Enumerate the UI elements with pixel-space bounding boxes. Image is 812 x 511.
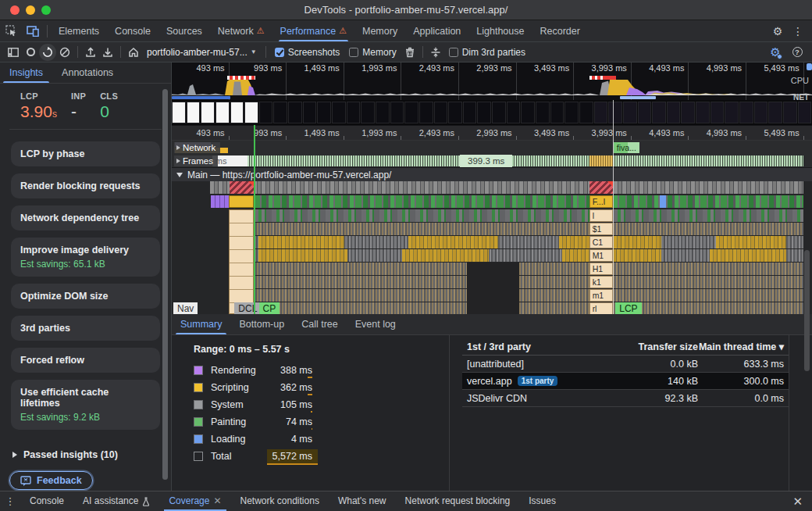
tab-lighthouse[interactable]: Lighthouse bbox=[468, 20, 532, 41]
frame-duration-chip[interactable]: 399.3 ms bbox=[460, 155, 512, 167]
screenshot-thumbnail[interactable] bbox=[608, 102, 622, 123]
screenshot-thumbnail[interactable] bbox=[448, 102, 462, 123]
marker-dcl[interactable]: DCL bbox=[234, 302, 261, 314]
timeline-overview[interactable]: 493 ms993 ms1,493 ms1,993 ms2,493 ms2,99… bbox=[172, 63, 812, 100]
network-track[interactable]: Network fiva... bbox=[172, 141, 812, 155]
screenshot-filmstrip[interactable] bbox=[172, 100, 812, 125]
screenshot-thumbnail[interactable] bbox=[550, 102, 564, 123]
upload-profile-icon[interactable] bbox=[82, 44, 99, 61]
details-tab-event-log[interactable]: Event log bbox=[347, 314, 404, 334]
screenshot-thumbnail[interactable] bbox=[564, 102, 579, 123]
screenshot-thumbnail[interactable] bbox=[187, 102, 201, 123]
screenshot-thumbnail[interactable] bbox=[696, 102, 710, 123]
screenshot-thumbnail[interactable] bbox=[201, 102, 215, 123]
screenshot-thumbnail[interactable] bbox=[507, 102, 521, 123]
marker-cp[interactable]: CP bbox=[259, 302, 280, 314]
passed-insights-toggle[interactable]: Passed insights (10) bbox=[12, 449, 160, 460]
screenshot-thumbnail[interactable] bbox=[390, 102, 404, 123]
screenshot-thumbnail[interactable] bbox=[579, 102, 593, 123]
memory-checkbox[interactable]: Memory bbox=[344, 47, 401, 58]
marker-lcp[interactable]: LCP bbox=[615, 302, 641, 314]
marker-nav[interactable]: Nav bbox=[173, 302, 198, 314]
kebab-menu-icon[interactable]: ⋮ bbox=[789, 22, 807, 41]
overview-handle[interactable] bbox=[807, 63, 812, 70]
screenshot-thumbnail[interactable] bbox=[259, 102, 273, 123]
screenshot-thumbnail[interactable] bbox=[419, 102, 433, 123]
tab-memory[interactable]: Memory bbox=[354, 20, 405, 41]
drawer-tab-ai-assistance[interactable]: AI assistance bbox=[73, 491, 159, 511]
tab-elements[interactable]: Elements bbox=[51, 20, 107, 41]
insight-card[interactable]: Improve image deliveryEst savings: 65.1 … bbox=[11, 238, 160, 277]
stack-frame-chip[interactable]: m1 bbox=[589, 289, 613, 302]
timeline-scrollbar[interactable] bbox=[804, 250, 810, 371]
drawer-kebab-menu-icon[interactable]: ⋮ bbox=[0, 495, 20, 507]
main-thread-header[interactable]: Main — https://portfolio-amber-mu-57.ver… bbox=[172, 167, 812, 181]
screenshot-thumbnail[interactable] bbox=[594, 102, 608, 123]
screenshot-thumbnail[interactable] bbox=[244, 102, 258, 123]
column-header[interactable]: Main thread time ▾ bbox=[698, 341, 784, 352]
screenshot-thumbnail[interactable] bbox=[477, 102, 491, 123]
screenshot-thumbnail[interactable] bbox=[463, 102, 477, 123]
network-track-toggle[interactable]: Network bbox=[174, 142, 220, 153]
column-header[interactable]: 1st / 3rd party bbox=[467, 341, 608, 352]
insight-card[interactable]: Use efficient cache lifetimesEst savings… bbox=[11, 380, 160, 430]
drawer-close-icon[interactable]: ✕ bbox=[792, 495, 803, 509]
table-row[interactable]: vercel.app1st party140 kB300.0 ms bbox=[462, 373, 789, 390]
screenshot-thumbnail[interactable] bbox=[798, 102, 812, 123]
screenshot-thumbnail[interactable] bbox=[521, 102, 535, 123]
drawer-tab-console[interactable]: Console bbox=[20, 491, 73, 511]
screenshot-thumbnail[interactable] bbox=[725, 102, 739, 123]
settings-gear-icon[interactable]: ⚙ bbox=[768, 22, 787, 41]
screenshot-thumbnail[interactable] bbox=[739, 102, 753, 123]
stack-frame-chip[interactable]: k1 bbox=[589, 276, 613, 288]
screenshot-thumbnail[interactable] bbox=[230, 102, 244, 123]
frames-track-toggle[interactable]: Frames bbox=[174, 155, 218, 166]
insight-card[interactable]: Network dependency tree bbox=[11, 205, 160, 230]
column-header[interactable]: Transfer size bbox=[608, 341, 698, 352]
details-tab-call-tree[interactable]: Call tree bbox=[293, 314, 347, 334]
insight-card[interactable]: 3rd parties bbox=[11, 316, 160, 341]
screenshot-thumbnail[interactable] bbox=[288, 102, 302, 123]
tab-performance[interactable]: Performance⚠ bbox=[272, 20, 354, 41]
drawer-tab-issues[interactable]: Issues bbox=[519, 491, 565, 511]
sidebar-tab-insights[interactable]: Insights bbox=[0, 63, 52, 83]
call-stack-column[interactable] bbox=[229, 209, 254, 314]
screenshot-thumbnail[interactable] bbox=[215, 102, 230, 123]
stack-frame-chip[interactable]: M1 bbox=[589, 249, 613, 262]
close-tab-icon[interactable]: ✕ bbox=[213, 491, 221, 511]
screenshot-thumbnail[interactable] bbox=[347, 102, 361, 123]
device-toolbar-icon[interactable] bbox=[22, 20, 44, 41]
stack-frame-chip[interactable]: H1 bbox=[589, 263, 613, 275]
screenshot-thumbnail[interactable] bbox=[492, 102, 506, 123]
screenshots-checkbox[interactable]: Screenshots bbox=[270, 47, 345, 58]
screenshot-thumbnail[interactable] bbox=[404, 102, 418, 123]
screenshot-thumbnail[interactable] bbox=[376, 102, 390, 123]
sidebar-scrollbar[interactable] bbox=[162, 89, 168, 480]
drawer-tab-network-request-blocking[interactable]: Network request blocking bbox=[396, 491, 520, 511]
screenshot-thumbnail[interactable] bbox=[768, 102, 782, 123]
screenshot-thumbnail[interactable] bbox=[710, 102, 725, 123]
screenshot-thumbnail[interactable] bbox=[332, 102, 346, 123]
stack-frame-chip[interactable]: F...l bbox=[589, 195, 613, 208]
screenshot-thumbnail[interactable] bbox=[273, 102, 287, 123]
screenshot-thumbnail[interactable] bbox=[783, 102, 797, 123]
tab-application[interactable]: Application bbox=[405, 20, 468, 41]
screenshot-thumbnail[interactable] bbox=[667, 102, 681, 123]
download-profile-icon[interactable] bbox=[99, 44, 116, 61]
screenshot-thumbnail[interactable] bbox=[681, 102, 695, 123]
record-and-reload-button[interactable] bbox=[39, 44, 56, 61]
network-request-chip[interactable]: fiva... bbox=[614, 142, 639, 153]
feedback-button[interactable]: Feedback bbox=[9, 471, 93, 490]
screenshot-thumbnail[interactable] bbox=[754, 102, 768, 123]
stack-frame-chip[interactable]: C1 bbox=[589, 236, 613, 248]
insight-card[interactable]: LCP by phase bbox=[11, 141, 160, 166]
screenshot-thumbnail[interactable] bbox=[303, 102, 317, 123]
stack-frame-chip[interactable]: rl bbox=[589, 302, 613, 314]
screenshot-thumbnail[interactable] bbox=[652, 102, 666, 123]
tab-sources[interactable]: Sources bbox=[158, 20, 210, 41]
record-button[interactable] bbox=[22, 44, 39, 61]
capture-settings-gear-icon[interactable]: ⚙ bbox=[767, 44, 784, 61]
sidebar-tab-annotations[interactable]: Annotations bbox=[52, 63, 123, 83]
tab-recorder[interactable]: Recorder bbox=[532, 20, 587, 41]
inspect-element-icon[interactable] bbox=[0, 20, 22, 41]
